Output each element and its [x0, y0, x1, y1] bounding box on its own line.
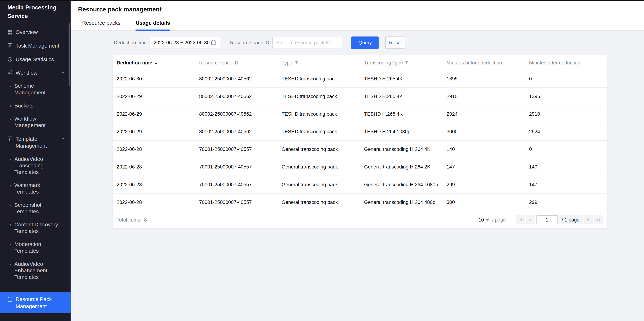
- cell-resource-pack-id: 70001-25000007-40557: [195, 176, 278, 193]
- column-label: Minutes after deduction: [529, 60, 580, 66]
- sidebar-subitem-label: Audio/Video Transcoding Templates: [14, 156, 66, 175]
- cell-deduction-time: 2022-06-29: [112, 105, 195, 123]
- cell-type: TESHD transcoding pack: [278, 123, 360, 141]
- table-footer: Total items: 8 10 / page: [112, 211, 608, 228]
- last-page-button[interactable]: [594, 215, 602, 224]
- pagination: / 1 page: [515, 215, 602, 224]
- sidebar-subitem-audio-video-enhancement-templates[interactable]: Audio/Video Enhancement Templates: [0, 258, 71, 284]
- table-row: 2022-06-2870001-25000007-40557General tr…: [112, 141, 608, 158]
- sidebar-subitem-audio-video-transcoding-templates[interactable]: Audio/Video Transcoding Templates: [0, 153, 71, 179]
- grid-icon: [8, 30, 13, 35]
- chevron-up-icon[interactable]: [61, 71, 66, 75]
- main-area: Resource pack management Resource packsU…: [71, 0, 644, 321]
- page-number-input[interactable]: [536, 215, 558, 224]
- bullet-icon: [10, 119, 11, 120]
- column-header-type[interactable]: Type: [278, 55, 360, 70]
- sidebar-subitem-watermark-templates[interactable]: Watermark Templates: [0, 179, 71, 198]
- sidebar-item-label: Template Management: [16, 135, 58, 149]
- resource-pack-id-input[interactable]: [272, 37, 343, 48]
- first-page-button[interactable]: [516, 215, 525, 224]
- sidebar-item-label: Task Management: [16, 42, 66, 49]
- sidebar-item-label: Overview: [16, 29, 66, 36]
- sidebar-item-label: Resource Pack Management: [16, 296, 66, 310]
- cell-minutes-after-deduction: 2924: [525, 123, 608, 141]
- pie-chart-icon: [8, 57, 13, 62]
- sidebar-subitem-label: Moderation Templates: [14, 241, 66, 254]
- per-page-label: / page: [492, 217, 506, 223]
- cell-minutes-before-deduction: 299: [442, 176, 525, 193]
- column-label: Transcoding Type: [364, 60, 403, 66]
- sidebar-item-overview[interactable]: Overview: [0, 25, 71, 39]
- sidebar: Media Processing Service OverviewTask Ma…: [0, 0, 71, 321]
- sidebar-subitem-workflow-management[interactable]: Workflow Management: [0, 112, 71, 132]
- sidebar-title: Media Processing Service: [0, 0, 71, 25]
- cell-resource-pack-id: 80002-25000007-40562: [195, 88, 278, 105]
- next-page-button[interactable]: [584, 215, 593, 224]
- chevron-up-icon[interactable]: [61, 137, 66, 141]
- bullet-icon: [10, 264, 11, 265]
- cell-minutes-after-deduction: 1395: [525, 88, 608, 105]
- bullet-icon: [10, 106, 11, 107]
- sidebar-item-workflow[interactable]: Workflow: [0, 66, 71, 80]
- cell-type: TESHD transcoding pack: [278, 88, 360, 105]
- filter-bar: Deduction time 2022-06-28 ~ 2022-06-30 R…: [112, 36, 644, 49]
- sidebar-subitem-label: Watermark Templates: [14, 182, 66, 195]
- sidebar-item-task-management[interactable]: Task Management: [0, 39, 71, 53]
- tab-resource-packs[interactable]: Resource packs: [82, 20, 120, 30]
- funnel-filter-icon[interactable]: [405, 60, 409, 65]
- page-size-value: 10: [478, 217, 484, 223]
- resource-pack-id-label: Resource pack ID: [229, 40, 269, 46]
- sidebar-subitem-label: Workflow Management: [14, 116, 66, 129]
- sidebar-scrollbar[interactable]: [68, 23, 70, 86]
- sidebar-item-resource-pack-management[interactable]: Resource Pack Management: [0, 292, 71, 313]
- cell-resource-pack-id: 80002-25000007-40562: [195, 123, 278, 141]
- cell-transcoding-type: TESHD H.265 4K: [360, 70, 442, 88]
- caret-down-icon: [486, 219, 489, 221]
- bullet-icon: [10, 159, 11, 160]
- content-area: Deduction time 2022-06-28 ~ 2022-06-30 R…: [71, 31, 644, 321]
- cell-type: General transcoding pack: [278, 158, 360, 176]
- sidebar-item-usage-statistics[interactable]: Usage Statistics: [0, 52, 71, 66]
- sidebar-subitem-content-discovery-templates[interactable]: Content Discovery Templates: [0, 218, 71, 238]
- column-label: Type: [282, 60, 292, 66]
- cell-minutes-after-deduction: 0: [525, 141, 608, 158]
- column-header-minutes-after-deduction: Minutes after deduction: [525, 55, 608, 70]
- cell-deduction-time: 2022-06-28: [112, 141, 195, 158]
- sidebar-subitem-moderation-templates[interactable]: Moderation Templates: [0, 238, 71, 257]
- column-label: Deduction time: [117, 60, 152, 66]
- calendar-icon: [211, 40, 216, 46]
- sidebar-subitem-scheme-management[interactable]: Scheme Management: [0, 80, 71, 99]
- total-items-label: Total items:: [117, 217, 142, 223]
- query-button[interactable]: Query: [351, 36, 379, 49]
- app-root: Media Processing Service OverviewTask Ma…: [0, 0, 644, 321]
- deduction-time-range-value: 2022-06-28 ~ 2022-06-30: [154, 40, 210, 46]
- sidebar-item-template-management[interactable]: Template Management: [0, 132, 71, 153]
- column-header-transcoding-type[interactable]: Transcoding Type: [360, 55, 442, 70]
- cell-minutes-before-deduction: 140: [442, 141, 525, 158]
- cell-minutes-after-deduction: 0: [525, 70, 608, 88]
- cell-minutes-before-deduction: 1395: [442, 70, 525, 88]
- cell-minutes-after-deduction: 299: [525, 193, 608, 211]
- column-header-deduction-time[interactable]: Deduction time: [112, 55, 195, 70]
- funnel-filter-icon[interactable]: [294, 60, 298, 65]
- sidebar-subitem-label: Buckets: [14, 103, 66, 109]
- cell-deduction-time: 2022-06-30: [112, 70, 195, 88]
- workflow-icon: [8, 70, 13, 75]
- tab-usage-details[interactable]: Usage details: [136, 20, 170, 30]
- deduction-time-range-input[interactable]: 2022-06-28 ~ 2022-06-30: [150, 37, 220, 48]
- bullet-icon: [10, 185, 11, 186]
- sort-desc-icon[interactable]: [154, 60, 158, 65]
- table-row: 2022-06-2980002-25000007-40562TESHD tran…: [112, 123, 608, 141]
- prev-page-button[interactable]: [526, 215, 535, 224]
- cell-transcoding-type: General transcoding H.264 2K: [360, 158, 442, 176]
- sidebar-subitem-screenshot-templates[interactable]: Screenshot Templates: [0, 198, 71, 218]
- page-size-select[interactable]: 10: [478, 217, 489, 223]
- cell-resource-pack-id: 80002-25000007-40562: [195, 105, 278, 123]
- cell-minutes-after-deduction: 140: [525, 158, 608, 176]
- reset-button[interactable]: Reset: [386, 36, 406, 49]
- cell-resource-pack-id: 80002-25000007-40562: [195, 70, 278, 88]
- bullet-icon: [10, 224, 11, 226]
- tab-bar: Resource packsUsage details: [71, 20, 644, 31]
- sidebar-subitem-buckets[interactable]: Buckets: [0, 99, 71, 112]
- cell-transcoding-type: General transcoding H.264 1080p: [360, 176, 442, 193]
